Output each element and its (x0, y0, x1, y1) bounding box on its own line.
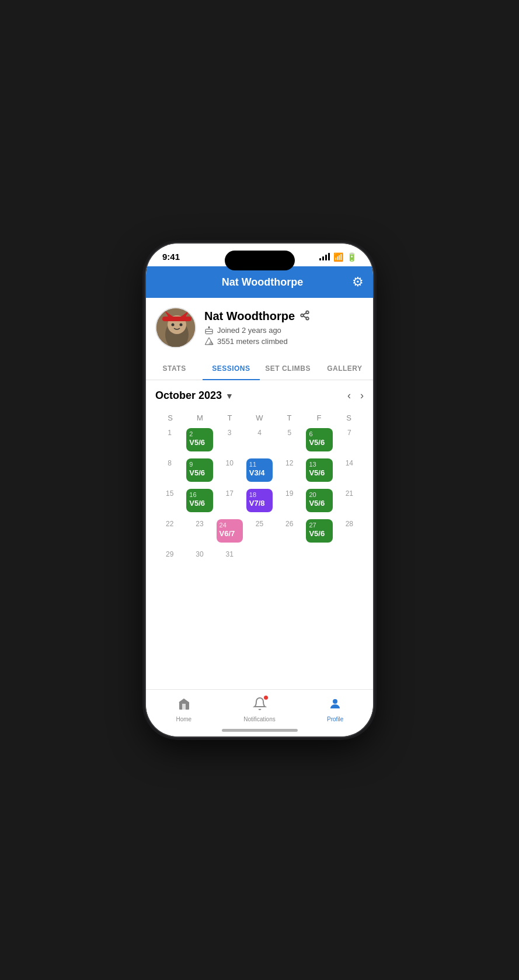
cal-cell-20[interactable]: 20 V5/6 (305, 488, 333, 518)
month-label: October 2023 (155, 390, 222, 402)
cal-cell-30: 30 (185, 548, 214, 579)
cal-cell-4: 4 (245, 427, 274, 457)
profile-label: Profile (327, 716, 343, 722)
cal-cell-11[interactable]: 11 V3/4 (245, 457, 274, 488)
day-headers: S M T W T F S (155, 411, 364, 425)
svg-marker-15 (208, 340, 214, 345)
svg-line-12 (304, 312, 306, 314)
meters-row: 3551 meters climbed (204, 336, 364, 346)
session-oct24[interactable]: 24 V6/7 (217, 519, 243, 543)
cal-cell-16[interactable]: 16 V5/6 (185, 488, 214, 518)
nav-item-home[interactable]: Home (146, 694, 222, 725)
cal-cell-13[interactable]: 13 V5/6 (305, 457, 333, 488)
session-oct20[interactable]: 20 V5/6 (306, 489, 332, 512)
notification-badge (264, 696, 268, 700)
tab-stats[interactable]: STATS (146, 357, 203, 380)
month-selector[interactable]: October 2023 ▼ (155, 390, 234, 402)
profile-meta: Joined 2 years ago 3551 meters climbed (204, 325, 364, 346)
profile-icon (328, 697, 342, 714)
prev-month-button[interactable]: ‹ (347, 390, 351, 402)
cal-cell-1: 1 (155, 427, 184, 457)
phone-frame: 9:41 📶 🔋 Nat Woodthorpe ⚙ (146, 244, 373, 736)
session-oct16[interactable]: 16 V5/6 (186, 489, 213, 512)
cal-cell-2[interactable]: 2 V5/6 (185, 427, 214, 457)
share-icon[interactable] (299, 310, 310, 323)
session-oct11[interactable]: 11 V3/4 (246, 458, 273, 482)
session-oct13[interactable]: 13 V5/6 (306, 458, 332, 482)
tab-gallery[interactable]: GALLERY (316, 357, 373, 380)
calendar-nav: ‹ › (347, 390, 364, 402)
cal-cell-9[interactable]: 9 V5/6 (185, 457, 214, 488)
cal-cell-28: 28 (335, 518, 364, 548)
month-dropdown-icon: ▼ (225, 391, 234, 401)
cal-cell-29: 29 (155, 548, 184, 579)
mountain-icon (204, 336, 214, 346)
calendar-grid: S M T W T F S 1 2 V5/6 (155, 411, 364, 579)
svg-point-6 (172, 324, 175, 326)
session-oct18[interactable]: 18 V7/8 (246, 489, 273, 512)
cal-cell-12: 12 (275, 457, 304, 488)
cal-cell-8: 8 (155, 457, 184, 488)
cal-cell-empty3 (305, 548, 333, 579)
notifications-label: Notifications (243, 716, 275, 722)
cal-cell-14: 14 (335, 457, 364, 488)
cal-cell-15: 15 (155, 488, 184, 518)
cal-cell-23: 23 (185, 518, 214, 548)
cal-cell-7: 7 (335, 427, 364, 457)
calendar-week-1: 1 2 V5/6 3 4 5 6 V5/6 (155, 427, 364, 457)
profile-name-row: Nat Woodthorpe (204, 310, 364, 323)
session-oct9[interactable]: 9 V5/6 (186, 458, 213, 482)
cal-cell-3: 3 (215, 427, 244, 457)
session-oct2[interactable]: 2 V5/6 (186, 428, 213, 451)
svg-point-7 (180, 324, 183, 326)
home-icon (177, 697, 191, 714)
profile-info: Nat Woodthorpe (204, 310, 364, 346)
cal-cell-18[interactable]: 18 V7/8 (245, 488, 274, 518)
cal-cell-6[interactable]: 6 V5/6 (305, 427, 333, 457)
cal-cell-27[interactable]: 27 V5/6 (305, 518, 333, 548)
notifications-icon (253, 697, 267, 714)
cal-cell-5: 5 (275, 427, 304, 457)
dynamic-island (225, 251, 295, 270)
cal-cell-24[interactable]: 24 V6/7 (215, 518, 244, 548)
svg-line-11 (304, 316, 306, 318)
next-month-button[interactable]: › (360, 390, 364, 402)
calendar-week-5: 29 30 31 (155, 548, 364, 579)
phone-screen: 9:41 📶 🔋 Nat Woodthorpe ⚙ (146, 244, 373, 736)
cal-cell-26: 26 (275, 518, 304, 548)
signal-bars-icon (319, 253, 330, 260)
svg-point-9 (301, 314, 304, 317)
cal-cell-31: 31 (215, 548, 244, 579)
day-header-mon: M (185, 411, 215, 425)
session-oct6[interactable]: 6 V5/6 (306, 428, 332, 451)
nav-item-profile[interactable]: Profile (297, 694, 373, 725)
tab-set-climbs[interactable]: SET CLIMBS (260, 357, 316, 380)
avatar (155, 307, 196, 348)
tab-sessions[interactable]: SESSIONS (203, 357, 259, 380)
calendar-week-3: 15 16 V5/6 17 18 V7/8 19 (155, 488, 364, 518)
cal-cell-empty4 (335, 548, 364, 579)
status-icons: 📶 🔋 (319, 252, 357, 262)
calendar-section: October 2023 ▼ ‹ › S M T W T F S (146, 380, 373, 689)
nav-item-notifications[interactable]: Notifications (222, 694, 298, 725)
battery-icon: 🔋 (347, 252, 357, 262)
calendar-week-4: 22 23 24 V6/7 25 26 27 V5/6 (155, 518, 364, 548)
svg-point-8 (306, 311, 309, 314)
cal-cell-empty2 (275, 548, 304, 579)
profile-name: Nat Woodthorpe (204, 310, 295, 323)
day-header-tue: T (215, 411, 245, 425)
cake-icon (204, 325, 214, 335)
day-header-sun: S (155, 411, 185, 425)
settings-icon[interactable]: ⚙ (352, 274, 364, 290)
profile-section: Nat Woodthorpe (146, 298, 373, 357)
svg-point-10 (306, 317, 309, 320)
cal-cell-21: 21 (335, 488, 364, 518)
cal-cell-25: 25 (245, 518, 274, 548)
avatar-svg (156, 308, 196, 348)
day-header-sat: S (334, 411, 364, 425)
calendar-header: October 2023 ▼ ‹ › (155, 390, 364, 402)
session-oct27[interactable]: 27 V5/6 (306, 519, 332, 543)
calendar-week-2: 8 9 V5/6 10 11 V3/4 12 (155, 457, 364, 488)
cal-cell-22: 22 (155, 518, 184, 548)
joined-text: Joined 2 years ago (217, 326, 281, 335)
